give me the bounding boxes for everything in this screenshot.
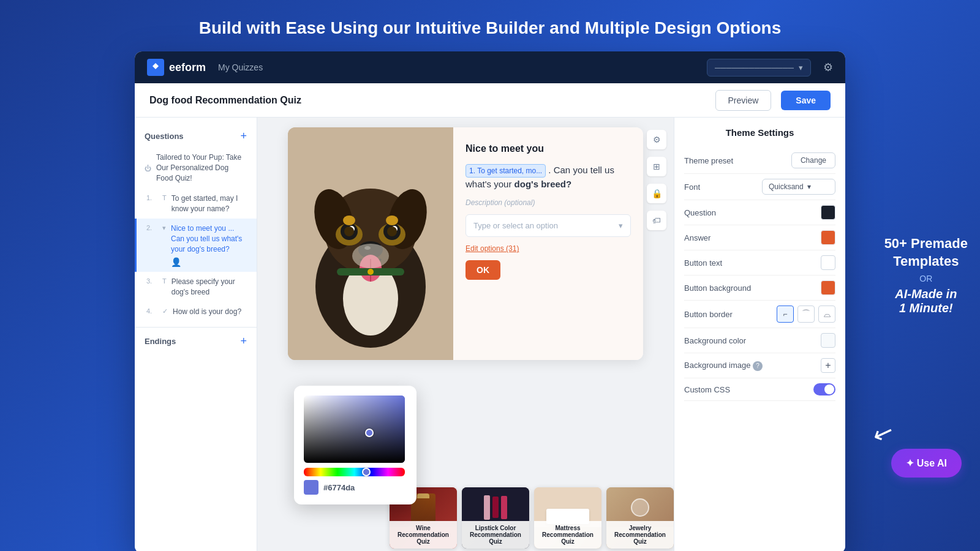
- question-item-3[interactable]: 3. T Please specify your dog's breed: [135, 272, 257, 302]
- promo-ai: AI-Made in1 Minute!: [884, 288, 968, 316]
- svg-marker-0: [153, 63, 159, 69]
- button-text-label: Button text: [684, 258, 722, 268]
- promo-text: 50+ PremadeTemplates OR AI-Made in1 Minu…: [884, 235, 968, 315]
- logo-icon: [147, 59, 164, 76]
- color-gradient[interactable]: [304, 395, 405, 463]
- button-bg-label: Button background: [684, 283, 751, 293]
- tag-icon[interactable]: 🏷: [647, 211, 666, 230]
- promo-or: OR: [884, 274, 968, 284]
- lipstick-card-label: Lipstick Color Recommendation Quiz: [462, 521, 529, 549]
- change-theme-button[interactable]: Change: [791, 152, 835, 168]
- button-border-label: Button border: [684, 310, 733, 319]
- font-label: Font: [684, 182, 700, 192]
- question-bold: dog's breed?: [514, 179, 572, 189]
- svg-point-19: [352, 244, 389, 268]
- nav-my-quizzes[interactable]: My Quizzes: [218, 62, 263, 72]
- button-border-row: Button border ⌐ ⌒ ⌓: [684, 301, 835, 328]
- intro-text: Tailored to Your Pup: Take Our Personali…: [156, 152, 247, 183]
- sliders-icon[interactable]: ⚙: [647, 130, 666, 149]
- grid-icon[interactable]: ⊞: [647, 157, 666, 176]
- quiz-preview: Nice to meet you 1. To get started, mo..…: [288, 127, 643, 360]
- font-value: Quicksand: [769, 182, 804, 191]
- sub-header: Dog food Recommendation Quiz Preview Sav…: [135, 83, 845, 118]
- svg-point-21: [386, 216, 398, 225]
- color-cursor[interactable]: [365, 429, 374, 437]
- lock-icon[interactable]: 🔒: [647, 184, 666, 203]
- custom-css-toggle[interactable]: [813, 383, 835, 395]
- question-color-row: Question: [684, 200, 835, 225]
- answer-label: Answer: [684, 233, 710, 242]
- promo-main: 50+ PremadeTemplates: [884, 235, 968, 270]
- answer-dropdown[interactable]: Type or select an option ▾: [466, 214, 631, 237]
- intro-item[interactable]: ⏻ Tailored to Your Pup: Take Our Persona…: [135, 148, 257, 188]
- q4-num: 4.: [146, 307, 157, 315]
- bg-image-add-button[interactable]: +: [821, 358, 835, 373]
- theme-preset-label: Theme preset: [684, 156, 733, 165]
- logo: eeform: [147, 59, 206, 76]
- dog-image: [288, 127, 453, 360]
- template-card-lipstick[interactable]: Lipstick Color Recommendation Quiz: [462, 487, 529, 549]
- questions-label: Questions: [145, 132, 184, 141]
- hue-cursor[interactable]: [362, 468, 371, 476]
- q3-text: Please specify your dog's breed: [172, 277, 247, 298]
- border-sharp-option[interactable]: ⌐: [777, 305, 794, 323]
- question-ref[interactable]: 1. To get started, mo...: [466, 164, 546, 178]
- question-item-1[interactable]: 1. T To get started, may I know your nam…: [135, 189, 257, 219]
- svg-point-13: [344, 227, 354, 236]
- main-content: Questions + ⏻ Tailored to Your Pup: Take…: [135, 118, 845, 551]
- q2-text: Nice to meet you ... Can you tell us wha…: [171, 223, 247, 254]
- font-row: Font Quicksand ▾: [684, 174, 835, 200]
- hex-value: #6774da: [323, 483, 355, 492]
- edit-options-link[interactable]: Edit options (31): [466, 244, 631, 253]
- border-full-round-option[interactable]: ⌓: [818, 305, 835, 323]
- question-greeting: Nice to meet you: [466, 143, 544, 154]
- nav-dropdown[interactable]: ────────────── ▾: [707, 59, 811, 77]
- template-card-mattress[interactable]: Mattress Recommendation Quiz: [534, 487, 601, 549]
- bg-image-row: Background image ? +: [684, 353, 835, 378]
- use-ai-button[interactable]: ✦ Use AI: [891, 449, 962, 478]
- nav-dropdown-text: ──────────────: [715, 63, 794, 72]
- left-sidebar: Questions + ⏻ Tailored to Your Pup: Take…: [135, 118, 257, 551]
- bg-image-help-icon[interactable]: ?: [753, 361, 763, 371]
- dropdown-chevron-icon: ▾: [619, 221, 623, 230]
- preview-button[interactable]: Preview: [715, 90, 772, 111]
- wine-card-label: Wine Recommendation Quiz: [390, 521, 457, 549]
- question-label: Question: [684, 208, 716, 217]
- add-ending-button[interactable]: +: [240, 335, 247, 348]
- dropdown-icon-2: ▾: [162, 224, 166, 232]
- button-bg-swatch[interactable]: [821, 280, 835, 295]
- button-text-swatch[interactable]: [821, 255, 835, 270]
- settings-icon[interactable]: ⚙: [823, 61, 833, 74]
- svg-point-14: [387, 227, 397, 236]
- answer-color-row: Answer: [684, 225, 835, 250]
- check-icon-4: ✓: [162, 307, 168, 315]
- endings-header: Endings +: [135, 332, 257, 353]
- dropdown-placeholder: Type or select an option: [473, 221, 558, 230]
- add-question-button[interactable]: +: [240, 130, 247, 143]
- border-rounded-option[interactable]: ⌒: [797, 305, 815, 323]
- template-card-jewelry[interactable]: Jewelry Recommendation Quiz: [606, 487, 674, 549]
- answer-color-swatch[interactable]: [821, 230, 835, 245]
- save-button[interactable]: Save: [781, 91, 831, 110]
- font-dropdown[interactable]: Quicksand ▾: [762, 179, 835, 195]
- hue-strip[interactable]: [304, 468, 405, 476]
- text-icon-3: T: [162, 277, 167, 285]
- question-color-swatch[interactable]: [821, 205, 835, 220]
- question-item-4[interactable]: 4. ✓ How old is your dog?: [135, 302, 257, 322]
- custom-css-row: Custom CSS: [684, 378, 835, 401]
- ok-button[interactable]: OK: [466, 260, 500, 280]
- endings-label: Endings: [145, 337, 176, 346]
- svg-point-23: [368, 269, 374, 275]
- question-item-2[interactable]: 2. ▾ Nice to meet you ... Can you tell u…: [135, 219, 257, 271]
- chevron-down-icon: ▾: [799, 63, 803, 72]
- q4-text: How old is your dog?: [173, 307, 247, 317]
- bg-color-swatch[interactable]: [821, 333, 835, 348]
- question-title: Nice to meet you: [466, 142, 631, 156]
- quiz-content: Nice to meet you 1. To get started, mo..…: [453, 127, 643, 360]
- app-window: eeform My Quizzes ────────────── ▾ ⚙ Dog…: [135, 51, 845, 551]
- svg-point-20: [343, 216, 355, 225]
- theme-panel-title: Theme Settings: [684, 127, 835, 138]
- bg-image-label: Background image ?: [684, 361, 763, 371]
- mattress-card-label: Mattress Recommendation Quiz: [534, 521, 601, 549]
- q1-text: To get started, may I know your name?: [172, 193, 247, 214]
